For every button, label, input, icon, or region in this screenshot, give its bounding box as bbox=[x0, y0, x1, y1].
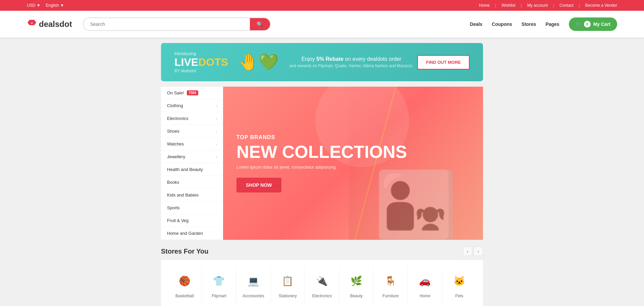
main-content: On Sale! 7584 Clothing › Electronics › S… bbox=[161, 87, 483, 240]
clothing-label: Clothing bbox=[167, 103, 183, 108]
jewellery-label: Jewellery bbox=[167, 154, 185, 159]
store-item-basketball[interactable]: 🏀 Basketball bbox=[168, 267, 202, 304]
promo-intro: Introducing bbox=[174, 51, 228, 56]
logo-icon: d bbox=[27, 19, 37, 29]
currency-selector[interactable]: USD ▼ bbox=[27, 3, 41, 8]
store-flipmart-label: Flipmart bbox=[212, 294, 226, 298]
beauty-icon: 🌿 bbox=[347, 272, 365, 290]
chevron-right-icon: › bbox=[216, 155, 217, 159]
store-item-home[interactable]: 🚗 Home bbox=[408, 267, 442, 304]
header: d dealsdot 🔍 Deals Coupons Stores Pages … bbox=[0, 11, 644, 38]
svg-text:d: d bbox=[31, 21, 33, 25]
health-beauty-label: Health and Beauty bbox=[167, 167, 203, 172]
furniture-icon: 🪑 bbox=[382, 272, 399, 290]
watches-label: Watches bbox=[167, 141, 184, 146]
cart-label: My Cart bbox=[593, 21, 610, 27]
hero-content: TOP BRANDS NEW COLLECTIONS Lorem ipsum d… bbox=[236, 134, 407, 192]
stores-title: Stores For You bbox=[161, 248, 209, 255]
promo-mid: Enjoy 5% Rebate on every dealdots order … bbox=[289, 56, 414, 68]
promo-title: LIVEDOTS bbox=[174, 56, 228, 69]
cart-button[interactable]: 🛒 0 My Cart bbox=[569, 17, 617, 31]
basketball-icon: 🏀 bbox=[176, 272, 194, 290]
top-bar-right: Home | Wishlist | My account | Contact |… bbox=[479, 3, 617, 8]
accessories-icon: 💻 bbox=[245, 272, 262, 290]
stores-next-button[interactable]: › bbox=[474, 247, 483, 256]
promo-rewards: and rewards on Flipmart, Qualis, Harrier… bbox=[289, 63, 414, 68]
fruit-veg-label: Fruit & Veg bbox=[167, 218, 189, 223]
shoes-label: Shoes bbox=[167, 129, 179, 134]
nav-coupons[interactable]: Coupons bbox=[492, 21, 512, 27]
store-beauty-label: Beauty bbox=[350, 294, 363, 298]
hero-description: Lorem ipsum dolor sit amet, consectetur … bbox=[236, 165, 407, 170]
store-accessories-label: Accessories bbox=[243, 294, 264, 298]
home-garden-label: Home and Garden bbox=[167, 231, 203, 236]
nav-wishlist[interactable]: Wishlist bbox=[501, 3, 515, 8]
stores-prev-button[interactable]: ‹ bbox=[463, 247, 472, 256]
sidebar-item-home-garden[interactable]: Home and Garden bbox=[161, 227, 223, 240]
chevron-right-icon: › bbox=[216, 142, 217, 146]
search-button[interactable]: 🔍 bbox=[250, 18, 270, 30]
sale-count-badge: 7584 bbox=[187, 90, 198, 95]
nav-contact[interactable]: Contact bbox=[559, 3, 573, 8]
nav-deals[interactable]: Deals bbox=[470, 21, 482, 27]
sports-label: Sports bbox=[167, 205, 180, 210]
promo-banner-wrapper: Introducing LIVEDOTS BY dealsdot 🤚💚 Enjo… bbox=[161, 43, 483, 81]
language-selector[interactable]: English ▼ bbox=[46, 3, 64, 8]
find-out-more-button[interactable]: FIND OUT MORE bbox=[417, 55, 470, 70]
sidebar-item-kids-babies[interactable]: Kids and Babies bbox=[161, 189, 223, 202]
top-bar: USD ▼ English ▼ Home | Wishlist | My acc… bbox=[0, 0, 644, 11]
store-home-label: Home bbox=[420, 294, 430, 298]
sidebar-item-clothing[interactable]: Clothing › bbox=[161, 99, 223, 112]
nav-home[interactable]: Home bbox=[479, 3, 490, 8]
sidebar-item-fruit-veg[interactable]: Fruit & Veg bbox=[161, 214, 223, 227]
cart-icon: 🛒 bbox=[576, 21, 581, 27]
sidebar-item-shoes[interactable]: Shoes › bbox=[161, 125, 223, 138]
store-furniture-label: Furniture bbox=[383, 294, 399, 298]
store-stationery-label: Stationery bbox=[279, 294, 297, 298]
electronics-icon: 🔌 bbox=[313, 272, 331, 290]
hero-title: NEW COLLECTIONS bbox=[236, 143, 407, 161]
store-item-electronics[interactable]: 🔌 Electronics bbox=[305, 267, 339, 304]
sidebar-item-sports[interactable]: Sports bbox=[161, 202, 223, 214]
store-item-accessories[interactable]: 💻 Accessories bbox=[236, 267, 271, 304]
sidebar-item-health-beauty[interactable]: Health and Beauty bbox=[161, 163, 223, 176]
sidebar-item-on-sale[interactable]: On Sale! 7584 bbox=[161, 87, 223, 99]
chevron-right-icon: › bbox=[216, 129, 217, 133]
store-electronics-label: Electronics bbox=[312, 294, 332, 298]
store-basketball-label: Basketball bbox=[175, 294, 194, 298]
sidebar-item-books[interactable]: Books bbox=[161, 176, 223, 189]
promo-enjoy: Enjoy 5% Rebate on every dealdots order bbox=[289, 56, 414, 62]
store-item-pets[interactable]: 🐱 Pets bbox=[442, 267, 476, 304]
nav-become-vendor[interactable]: Become a Vendor bbox=[585, 3, 617, 8]
pets-icon: 🐱 bbox=[450, 272, 468, 290]
nav-stores[interactable]: Stores bbox=[522, 21, 536, 27]
store-item-beauty[interactable]: 🌿 Beauty bbox=[339, 267, 374, 304]
flipmart-icon: 👕 bbox=[210, 272, 228, 290]
store-item-furniture[interactable]: 🪑 Furniture bbox=[374, 267, 408, 304]
search-input[interactable] bbox=[84, 18, 250, 30]
promo-hand-icon: 🤚💚 bbox=[238, 53, 279, 72]
logo[interactable]: d dealsdot bbox=[27, 19, 72, 29]
stores-nav-arrows: ‹ › bbox=[463, 247, 483, 256]
sidebar: On Sale! 7584 Clothing › Electronics › S… bbox=[161, 87, 223, 240]
top-bar-left: USD ▼ English ▼ bbox=[27, 3, 64, 8]
cart-count: 0 bbox=[584, 21, 591, 28]
nav-my-account[interactable]: My account bbox=[527, 3, 548, 8]
books-label: Books bbox=[167, 180, 179, 185]
store-item-flipmart[interactable]: 👕 Flipmart bbox=[202, 267, 236, 304]
promo-left: Introducing LIVEDOTS BY dealsdot bbox=[174, 51, 228, 73]
sidebar-item-watches[interactable]: Watches › bbox=[161, 138, 223, 150]
chevron-right-icon: › bbox=[216, 117, 217, 121]
store-item-stationery[interactable]: 📋 Stationery bbox=[271, 267, 305, 304]
sidebar-item-electronics[interactable]: Electronics › bbox=[161, 112, 223, 125]
stationery-icon: 📋 bbox=[279, 272, 297, 290]
chevron-right-icon: › bbox=[216, 104, 217, 108]
hero-subtitle: TOP BRANDS bbox=[236, 134, 407, 140]
nav-pages[interactable]: Pages bbox=[545, 21, 559, 27]
sidebar-item-jewellery[interactable]: Jewellery › bbox=[161, 150, 223, 163]
search-bar: 🔍 bbox=[83, 17, 271, 31]
store-pets-label: Pets bbox=[455, 294, 463, 298]
promo-banner: Introducing LIVEDOTS BY dealsdot 🤚💚 Enjo… bbox=[161, 43, 483, 81]
shop-now-button[interactable]: SHOP NOW bbox=[236, 178, 281, 192]
stores-header: Stores For You ‹ › bbox=[161, 247, 483, 260]
